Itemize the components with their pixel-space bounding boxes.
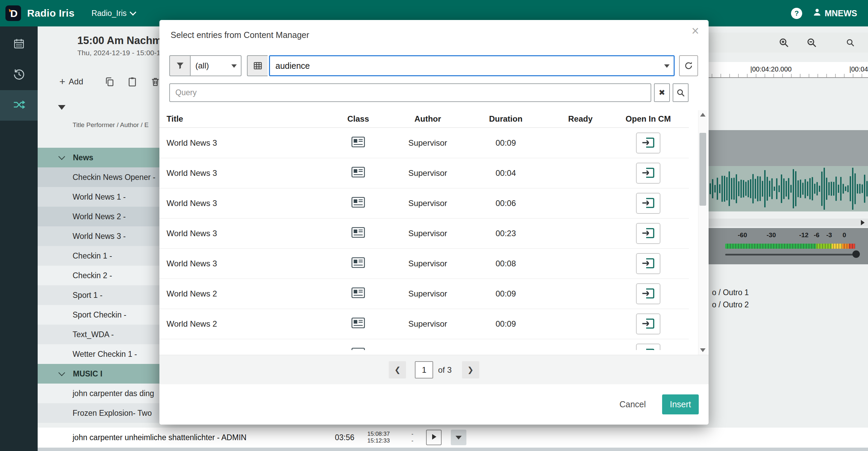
clear-query-button[interactable]: ✖ (654, 83, 670, 102)
chevron-down-icon (456, 436, 462, 439)
history-icon (12, 67, 26, 83)
insert-button[interactable]: Insert (662, 394, 699, 414)
class-article-icon (351, 227, 365, 240)
row-times: 15:08:37 15:12:33 (367, 431, 390, 444)
user-icon (812, 7, 822, 19)
help-icon[interactable]: ? (791, 8, 802, 19)
table-row[interactable]: World News 2 Supervisor 00:09 (159, 309, 689, 339)
scroll-down-icon[interactable] (700, 348, 706, 352)
row-author: Supervisor (397, 259, 458, 268)
paste-icon[interactable] (127, 76, 138, 87)
row-dashes: - - (411, 431, 413, 444)
row-duration: 00:08 (458, 259, 553, 268)
user-menu[interactable]: MNEWS (812, 7, 857, 19)
cm-search-input[interactable] (270, 56, 674, 75)
cm-search-combobox[interactable] (269, 55, 675, 76)
table-row[interactable]: World News 3 Supervisor 00:06 (159, 188, 689, 219)
row-dropdown-button[interactable] (451, 430, 466, 445)
list-filter-icon[interactable] (58, 105, 65, 110)
cancel-button[interactable]: Cancel (612, 395, 653, 414)
copy-icon[interactable] (104, 76, 115, 87)
open-in-cm-icon (641, 197, 655, 210)
level-meter-bar (725, 244, 855, 249)
scroll-right-icon[interactable] (861, 220, 865, 225)
table-scrollbar[interactable] (698, 110, 707, 355)
row-author: Supervisor (397, 319, 458, 329)
volume-slider-track[interactable] (725, 254, 859, 255)
pagination: ❮ of 3 ❯ (159, 355, 709, 385)
class-cell (319, 287, 397, 300)
class-cell (319, 197, 397, 210)
meter-scale-label: -12 (799, 231, 808, 239)
scrollbar-thumb[interactable] (699, 133, 706, 206)
open-in-cm-icon (641, 317, 655, 331)
open-in-cm-icon (641, 167, 655, 180)
col-duration: Duration (458, 114, 553, 124)
next-page-button[interactable]: ❯ (462, 361, 479, 378)
table-row[interactable]: World News 3 Supervisor 00:04 (159, 158, 689, 188)
clear-icon: ✖ (659, 88, 665, 97)
filter-icon (169, 55, 190, 76)
prev-page-button[interactable]: ❮ (389, 361, 406, 378)
table-row-partial[interactable] (159, 339, 689, 350)
table-row[interactable]: World News 3 Supervisor 00:23 (159, 219, 689, 249)
content-manager-dialog: Select entries from Content Manager × (a… (159, 20, 709, 425)
query-input[interactable] (169, 83, 651, 102)
scroll-up-icon[interactable] (700, 113, 706, 117)
open-in-cm-button[interactable] (636, 253, 660, 274)
open-in-cm-button[interactable] (636, 344, 660, 350)
prev-page-icon: ❮ (394, 366, 401, 374)
class-cell (319, 317, 397, 330)
play-button[interactable] (426, 430, 442, 445)
sidebar-item-history[interactable] (0, 60, 38, 90)
chevron-down-icon (58, 369, 65, 376)
col-ready: Ready (553, 114, 607, 124)
class-article-icon (351, 137, 365, 149)
class-article-icon (351, 197, 365, 210)
open-in-cm-button[interactable] (636, 163, 660, 184)
table-row[interactable]: World News 3 Supervisor 00:08 (159, 249, 689, 279)
sidebar-item-calendar[interactable] (0, 29, 38, 60)
meter-scale-label: -3 (826, 231, 832, 239)
meter-scale-label: -60 (738, 231, 747, 239)
next-row-strip (38, 448, 868, 451)
playlist-row-admin[interactable]: john carpenter unheimliche shattenlichte… (38, 428, 868, 448)
open-in-cm-button[interactable] (636, 223, 660, 244)
page-number-input[interactable] (415, 361, 433, 378)
row-title: john carpenter unheimliche shattenlichte… (73, 433, 247, 442)
chevron-down-icon (664, 64, 670, 68)
col-class: Class (319, 114, 397, 124)
class-filter-select[interactable]: (all) (190, 55, 242, 76)
search-button[interactable] (673, 83, 689, 102)
meter-scale-label: -6 (814, 231, 819, 239)
row-duration: 00:04 (458, 168, 553, 178)
open-in-cm-button[interactable] (636, 132, 660, 153)
app-root: D Radio Iris Radio_Iris ? MNEWS 15:00 Am… (0, 0, 868, 451)
volume-slider-thumb[interactable] (852, 250, 860, 258)
svg-text:D: D (10, 8, 18, 19)
plus-icon: + (59, 77, 65, 87)
class-article-icon (351, 348, 365, 350)
col-author: Author (397, 114, 458, 124)
open-in-cm-button[interactable] (636, 193, 660, 214)
sidebar-item-shuffle[interactable] (0, 90, 38, 121)
add-button[interactable]: + Add (57, 73, 85, 90)
topbar-right: ? MNEWS (791, 7, 857, 19)
meter-scale-label: -30 (767, 231, 776, 239)
table-row[interactable]: World News 2 Supervisor 00:09 (159, 279, 689, 309)
dialog-title: Select entries from Content Manager (171, 30, 309, 40)
table-row[interactable]: World News 3 Supervisor 00:09 (159, 128, 689, 158)
row-duration: 00:09 (458, 138, 553, 148)
search-icon[interactable] (844, 37, 856, 49)
close-icon[interactable]: × (690, 24, 701, 38)
zoom-out-icon[interactable] (806, 37, 818, 49)
zoom-in-icon[interactable] (778, 37, 790, 49)
page-count-label: of 3 (438, 365, 451, 375)
class-cell (319, 137, 397, 149)
play-icon (429, 432, 439, 443)
workspace-switcher[interactable]: Radio_Iris (92, 9, 136, 18)
refresh-button[interactable] (679, 55, 698, 76)
open-in-cm-button[interactable] (636, 313, 660, 334)
open-in-cm-button[interactable] (636, 283, 660, 304)
row-title: World News 3 (167, 259, 319, 268)
